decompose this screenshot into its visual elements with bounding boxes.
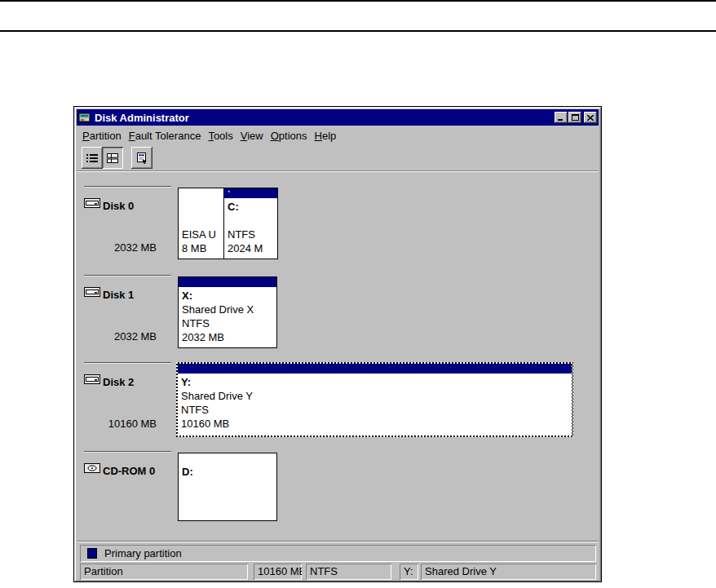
minimize-icon xyxy=(558,115,564,121)
volumes-view-icon xyxy=(86,153,99,164)
partition-fs: EISA U xyxy=(179,228,223,241)
disk-size: 10160 MB xyxy=(83,418,157,430)
disk-name: Disk 2 xyxy=(103,376,134,388)
partition-type-bar: * xyxy=(224,188,277,198)
partition-letter: X: xyxy=(179,289,276,303)
partition-label: Shared Drive Y xyxy=(178,389,572,403)
legend-panel: Primary partition xyxy=(80,545,596,562)
status-filesystem: NTFS xyxy=(306,564,391,580)
partition-c[interactable]: * C: NTFS 2024 M xyxy=(223,188,278,259)
active-partition-marker: * xyxy=(228,188,231,197)
disk-row-2: Disk 2 10160 MB Y: Shared Drive Y NTFS 1… xyxy=(75,362,600,451)
status-mode: Partition xyxy=(80,564,248,580)
hard-disk-icon xyxy=(84,374,100,384)
partition-d[interactable]: D: xyxy=(178,453,277,521)
maximize-button[interactable] xyxy=(568,112,581,123)
minimize-button[interactable] xyxy=(555,112,568,123)
properties-icon xyxy=(135,152,148,164)
app-icon[interactable] xyxy=(78,112,91,124)
partition-fs: NTFS xyxy=(179,316,276,330)
partition-label xyxy=(179,214,223,228)
disk-view-icon xyxy=(106,153,119,164)
partition-size xyxy=(179,506,276,520)
hard-disk-icon xyxy=(84,198,100,208)
partition-letter: C: xyxy=(224,200,277,214)
page-rule-top xyxy=(0,0,716,2)
status-bar: Partition 10160 MB NTFS Y: Shared Drive … xyxy=(74,564,601,581)
menu-view[interactable]: View xyxy=(237,128,267,144)
hard-disk-icon xyxy=(84,287,100,297)
disk-administrator-window: Disk Administrator Partition Fault Toler… xyxy=(73,106,602,582)
disk-name: Disk 0 xyxy=(103,200,134,212)
legend-label: Primary partition xyxy=(104,547,182,559)
status-drive-letter: Y: xyxy=(400,564,418,580)
partition-eisa[interactable]: EISA U 8 MB xyxy=(178,188,224,259)
title-bar[interactable]: Disk Administrator xyxy=(77,109,599,126)
menu-options[interactable]: Options xyxy=(267,128,311,144)
document-page: Disk Administrator Partition Fault Toler… xyxy=(0,0,716,588)
partition-letter xyxy=(179,200,223,214)
partition-y-selected[interactable]: Y: Shared Drive Y NTFS 10160 MB xyxy=(176,362,573,437)
partition-letter: Y: xyxy=(178,375,572,389)
toolbar xyxy=(77,144,599,171)
disk-row-0: Disk 0 2032 MB EISA U 8 MB * C: NTFS 202… xyxy=(75,186,600,275)
partition-letter: D: xyxy=(179,465,276,479)
partition-label: Shared Drive X xyxy=(179,303,276,316)
disk-name: CD-ROM 0 xyxy=(103,465,155,477)
partition-fs: NTFS xyxy=(224,228,277,241)
partition-size: 10160 MB xyxy=(178,417,572,431)
status-volume-label: Shared Drive Y xyxy=(421,564,596,580)
cdrom-icon xyxy=(84,463,100,473)
menu-partition[interactable]: Partition xyxy=(79,128,125,144)
menu-tools[interactable]: Tools xyxy=(205,128,236,144)
partition-x[interactable]: X: Shared Drive X NTFS 2032 MB xyxy=(178,276,277,348)
properties-button[interactable] xyxy=(131,147,152,169)
menu-bar: Partition Fault Tolerance Tools View Opt… xyxy=(77,127,599,144)
partition-label xyxy=(224,214,277,228)
partition-fs: NTFS xyxy=(178,403,572,417)
maximize-icon xyxy=(572,114,579,121)
close-button[interactable] xyxy=(584,112,597,123)
row-separator xyxy=(84,362,171,363)
menu-help[interactable]: Help xyxy=(312,128,340,144)
disk-size: 2032 MB xyxy=(83,241,157,254)
partition-type-bar xyxy=(179,188,223,198)
row-separator xyxy=(84,451,171,452)
partition-label xyxy=(179,479,276,493)
partition-size: 8 MB xyxy=(179,241,223,255)
disk-size: 2032 MB xyxy=(83,330,157,343)
partition-size: 2024 M xyxy=(224,241,277,255)
partition-type-bar xyxy=(179,453,276,463)
cdrom-row: CD-ROM 0 D: xyxy=(75,451,600,540)
partition-type-bar xyxy=(179,277,276,287)
disk-row-1: Disk 1 2032 MB X: Shared Drive X NTFS 20… xyxy=(75,275,600,364)
partition-size: 2032 MB xyxy=(179,330,276,344)
volumes-view-button[interactable] xyxy=(82,147,103,169)
partition-type-bar xyxy=(178,364,572,374)
window-title: Disk Administrator xyxy=(95,112,554,124)
partition-y[interactable]: Y: Shared Drive Y NTFS 10160 MB xyxy=(178,364,572,435)
menu-fault-tolerance[interactable]: Fault Tolerance xyxy=(126,128,205,144)
page-rule-header xyxy=(0,30,716,32)
close-icon xyxy=(587,115,594,121)
partition-fs xyxy=(179,493,276,506)
legend-separator xyxy=(77,541,599,542)
disk-view-button[interactable] xyxy=(102,147,123,169)
row-separator xyxy=(84,275,171,276)
status-size: 10160 MB xyxy=(254,564,302,580)
disk-name: Disk 1 xyxy=(103,289,134,301)
row-separator xyxy=(84,186,171,187)
primary-partition-swatch xyxy=(87,548,97,559)
